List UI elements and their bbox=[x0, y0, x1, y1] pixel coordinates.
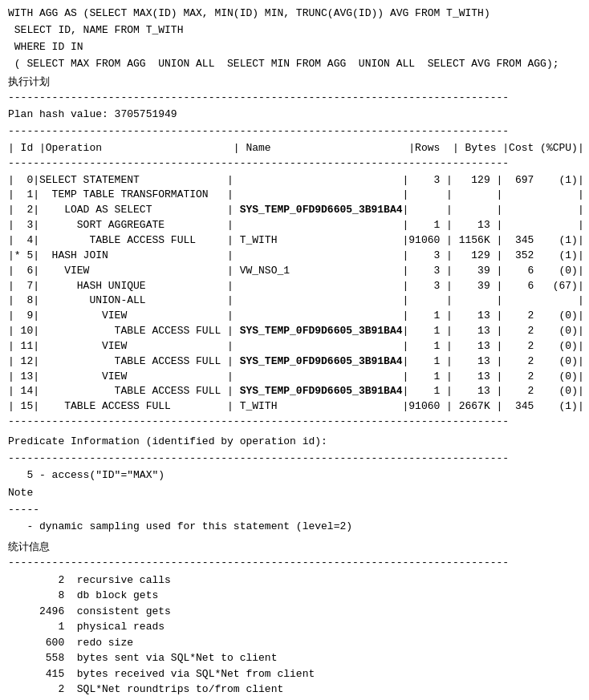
table-row: | 9| VIEW | | 1 | 13 | 2 (0)| bbox=[8, 309, 581, 324]
execution-plan-title: 执行计划 bbox=[8, 75, 581, 89]
table-row: |* 5| HASH JOIN | | 3 | 129 | 352 (1)| bbox=[8, 249, 581, 264]
sql-block: WITH AGG AS (SELECT MAX(ID) MAX, MIN(ID)… bbox=[8, 6, 581, 71]
divider-pred: ----------------------------------------… bbox=[8, 451, 581, 467]
table-row: | 11| VIEW | | 1 | 13 | 2 (0)| bbox=[8, 339, 581, 354]
table-row: | 12| TABLE ACCESS FULL | SYS_TEMP_0FD9D… bbox=[8, 354, 581, 370]
table-row: | 13| VIEW | | 1 | 13 | 2 (0)| bbox=[8, 370, 581, 385]
divider-3: ----------------------------------------… bbox=[8, 415, 581, 430]
stat-item: 1 physical reads bbox=[8, 619, 581, 635]
divider-top: ----------------------------------------… bbox=[8, 91, 581, 106]
divider-stats: ----------------------------------------… bbox=[8, 556, 581, 571]
table-row: | 1| TEMP TABLE TRANSFORMATION | | | | | bbox=[8, 188, 581, 203]
note-content: - dynamic sampling used for this stateme… bbox=[8, 520, 581, 535]
table-row: | 0|SELECT STATEMENT | | 3 | 129 | 697 (… bbox=[8, 173, 581, 188]
sql-line2: SELECT ID, NAME FROM T_WITH bbox=[8, 23, 581, 38]
table-header: | Id |Operation | Name |Rows | Bytes |Co… bbox=[8, 141, 581, 156]
table-row: | 2| LOAD AS SELECT | SYS_TEMP_0FD9D6605… bbox=[8, 203, 581, 218]
table-row: | 6| VIEW | VW_NSO_1 | 3 | 39 | 6 (0)| bbox=[8, 264, 581, 279]
table-row: | 14| TABLE ACCESS FULL | SYS_TEMP_0FD9D… bbox=[8, 384, 581, 399]
predicate-content: 5 - access("ID"="MAX") bbox=[8, 468, 581, 484]
plan-table-body: | 0|SELECT STATEMENT | | 3 | 129 | 697 (… bbox=[8, 173, 581, 415]
stat-item: 600 redo size bbox=[8, 635, 581, 651]
divider-1: ----------------------------------------… bbox=[8, 124, 581, 140]
stat-item: 558 bytes sent via SQL*Net to client bbox=[8, 650, 581, 666]
table-row: | 15| TABLE ACCESS FULL | T_WITH |91060 … bbox=[8, 399, 581, 415]
note-dashes: ----- bbox=[8, 503, 581, 518]
stat-item: 415 bytes received via SQL*Net from clie… bbox=[8, 666, 581, 682]
table-row: | 4| TABLE ACCESS FULL | T_WITH |91060 |… bbox=[8, 233, 581, 249]
table-row: | 8| UNION-ALL | | | | | bbox=[8, 293, 581, 309]
plan-hash: Plan hash value: 3705751949 bbox=[8, 107, 581, 123]
stat-item: 2496 consistent gets bbox=[8, 604, 581, 620]
note-title: Note bbox=[8, 486, 581, 501]
stat-item: 8 db block gets bbox=[8, 588, 581, 604]
stats-title: 统计信息 bbox=[8, 540, 581, 554]
predicate-title: Predicate Information (identified by ope… bbox=[8, 435, 581, 450]
sql-line1: WITH AGG AS (SELECT MAX(ID) MAX, MIN(ID)… bbox=[8, 6, 581, 22]
sql-line4: ( SELECT MAX FROM AGG UNION ALL SELECT M… bbox=[8, 57, 581, 72]
table-row: | 3| SORT AGGREGATE | | 1 | 13 | | bbox=[8, 218, 581, 233]
stat-item: 2 SQL*Net roundtrips to/from client bbox=[8, 682, 581, 698]
stats-block: 2 recursive calls 8 db block gets 2496 c… bbox=[8, 573, 581, 700]
table-row: | 10| TABLE ACCESS FULL | SYS_TEMP_0FD9D… bbox=[8, 324, 581, 339]
table-row: | 7| HASH UNIQUE | | 3 | 39 | 6 (67)| bbox=[8, 279, 581, 294]
divider-2: ----------------------------------------… bbox=[8, 156, 581, 172]
stat-item: 2 recursive calls bbox=[8, 573, 581, 589]
sql-line3: WHERE ID IN bbox=[8, 40, 581, 55]
